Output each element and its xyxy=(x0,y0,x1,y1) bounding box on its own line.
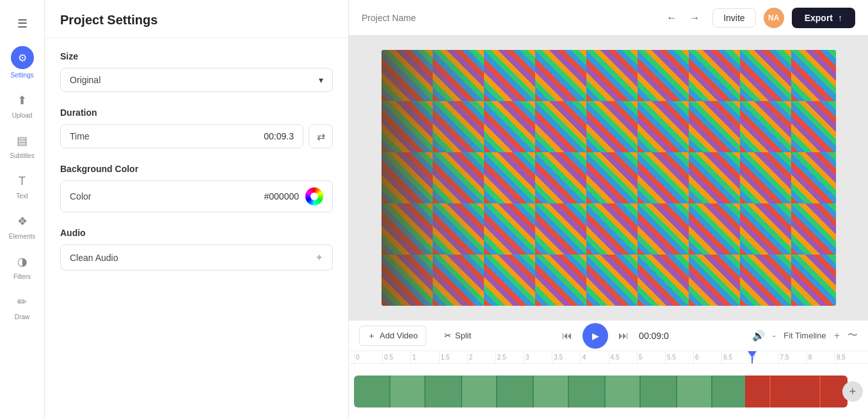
timeline-area: ＋ Add Video ✂ Split ⏮ ▶ ⏭ 00:09:0 🔊 - Fi… xyxy=(349,320,868,419)
background-color-label: Background Color xyxy=(60,164,333,174)
color-picker-button[interactable] xyxy=(305,187,323,205)
hamburger-button[interactable]: ☰ xyxy=(12,14,33,33)
sidebar-item-settings[interactable]: ⚙ Settings xyxy=(0,40,44,85)
video-mosaic xyxy=(382,50,836,306)
swap-button[interactable]: ⇄ xyxy=(309,124,333,148)
size-label: Size xyxy=(60,51,333,61)
scissors-icon: ✂ xyxy=(444,331,451,340)
add-video-label: Add Video xyxy=(380,331,418,340)
settings-body: Size Original ▾ Duration Time 00:09.3 ⇄ … xyxy=(45,38,348,283)
ruler-mark-8: 8 xyxy=(807,351,835,363)
ruler-mark-85: 8.5 xyxy=(835,351,863,363)
ruler-mark-4: 4 xyxy=(580,351,608,363)
size-dropdown[interactable]: Original ▾ xyxy=(60,68,333,92)
volume-button[interactable]: 🔊 xyxy=(752,329,765,342)
main-area: ← → Invite NA Export ↑ ＋ Add Video ✂ xyxy=(349,0,868,419)
play-button[interactable]: ▶ xyxy=(583,323,608,349)
ruler-mark-65: 6.5 xyxy=(721,351,750,363)
hamburger-menu[interactable]: ☰ xyxy=(0,8,44,40)
top-bar: ← → Invite NA Export ↑ xyxy=(349,0,868,36)
sidebar-item-label: Upload xyxy=(12,112,33,119)
sidebar-item-label: Subtitles xyxy=(10,152,34,159)
sidebar-item-subtitles[interactable]: ▤ Subtitles xyxy=(0,125,44,166)
video-preview xyxy=(349,36,868,320)
time-display: 00:09:0 xyxy=(639,331,669,341)
time-value: 00:09.3 xyxy=(264,131,294,141)
ruler-mark-35: 3.5 xyxy=(552,351,580,363)
sidebar-item-elements[interactable]: ❖ Elements xyxy=(0,206,44,246)
chevron-down-icon: ▾ xyxy=(319,75,323,85)
ruler-mark-25: 2.5 xyxy=(495,351,524,363)
timeline-controls: ＋ Add Video ✂ Split ⏮ ▶ ⏭ 00:09:0 🔊 - Fi… xyxy=(349,320,868,351)
split-label: Split xyxy=(455,331,471,340)
sidebar: ☰ ⚙ Settings ⬆ Upload ▤ Subtitles T Text… xyxy=(0,0,45,419)
sidebar-item-text[interactable]: T Text xyxy=(0,166,44,206)
playhead xyxy=(751,351,753,363)
sparkle-icon: ✦ xyxy=(315,251,323,264)
undo-button[interactable]: ← xyxy=(661,8,682,28)
ruler-marks: 0 0.5 1 1.5 2 2.5 3 3.5 4 4.5 5 5.5 6 6.… xyxy=(349,351,868,363)
settings-icon: ⚙ xyxy=(11,46,34,69)
color-hex-value: #000000 xyxy=(264,191,299,202)
export-button[interactable]: Export ↑ xyxy=(792,8,855,28)
settings-panel: Project Settings Size Original ▾ Duratio… xyxy=(45,0,349,419)
redo-button[interactable]: → xyxy=(684,8,705,28)
timeline-ruler: 0 0.5 1 1.5 2 2.5 3 3.5 4 4.5 5 5.5 6 6.… xyxy=(349,351,868,364)
sidebar-item-label: Elements xyxy=(9,233,36,240)
upload-icon: ⬆ xyxy=(13,91,31,109)
timeline-track: + xyxy=(349,364,868,419)
color-field: Color #000000 xyxy=(60,180,333,212)
playback-controls: ⏮ ▶ ⏭ 00:09:0 xyxy=(489,323,742,349)
track-thumbnail-main[interactable] xyxy=(354,376,745,407)
invite-button[interactable]: Invite xyxy=(712,8,755,28)
draw-icon: ✏ xyxy=(13,293,31,311)
export-label: Export xyxy=(805,13,833,23)
sidebar-item-label: Text xyxy=(16,193,28,200)
subtitles-icon: ▤ xyxy=(13,132,31,150)
color-picker-inner xyxy=(310,193,318,200)
track-content xyxy=(354,376,848,407)
right-controls: 🔊 - Fit Timeline + 〜 xyxy=(752,329,858,342)
ruler-mark-5: 5 xyxy=(637,351,665,363)
duration-field: Time 00:09.3 xyxy=(60,124,303,148)
split-button[interactable]: ✂ Split xyxy=(437,327,479,344)
undo-redo-group: ← → xyxy=(661,8,705,28)
export-icon: ↑ xyxy=(838,13,842,23)
skip-back-button[interactable]: ⏮ xyxy=(562,330,572,342)
sidebar-item-upload[interactable]: ⬆ Upload xyxy=(0,85,44,125)
ruler-mark-75: 7.5 xyxy=(778,351,807,363)
skip-forward-button[interactable]: ⏭ xyxy=(618,330,629,342)
ruler-mark-3: 3 xyxy=(524,351,552,363)
audio-label: Audio xyxy=(60,228,333,238)
audio-value: Clean Audio xyxy=(70,253,118,263)
audio-section: Audio Clean Audio ✦ xyxy=(60,228,333,271)
ruler-mark-0: 0 xyxy=(354,351,382,363)
duration-label: Duration xyxy=(60,107,333,118)
settings-title: Project Settings xyxy=(45,0,348,38)
elements-icon: ❖ xyxy=(13,212,31,230)
project-name-input[interactable] xyxy=(362,13,651,23)
background-color-section: Background Color Color #000000 xyxy=(60,164,333,212)
text-icon: T xyxy=(13,172,31,190)
sidebar-item-filters[interactable]: ◑ Filters xyxy=(0,246,44,287)
color-label: Color xyxy=(70,191,91,202)
add-track-button[interactable]: + xyxy=(842,381,863,402)
add-video-button[interactable]: ＋ Add Video xyxy=(359,326,426,346)
ruler-mark-15: 1.5 xyxy=(439,351,467,363)
sidebar-item-label: Filters xyxy=(13,273,31,280)
ruler-mark-05: 0.5 xyxy=(382,351,410,363)
top-bar-actions: ← → Invite NA Export ↑ xyxy=(661,8,855,28)
video-frame xyxy=(382,50,836,306)
plus-icon: ＋ xyxy=(367,330,376,342)
track-thumbnail-alt[interactable] xyxy=(745,376,848,407)
ruler-mark-1: 1 xyxy=(410,351,438,363)
zoom-in-button[interactable]: + xyxy=(834,330,840,342)
size-dropdown-value: Original xyxy=(70,75,100,85)
time-label: Time xyxy=(70,131,90,141)
waveform-button[interactable]: 〜 xyxy=(848,329,858,342)
filters-icon: ◑ xyxy=(13,253,31,271)
sidebar-item-label: Settings xyxy=(10,72,33,79)
sidebar-item-draw[interactable]: ✏ Draw xyxy=(0,287,44,327)
zoom-out-button[interactable]: - xyxy=(773,330,776,342)
audio-field[interactable]: Clean Audio ✦ xyxy=(60,244,333,271)
